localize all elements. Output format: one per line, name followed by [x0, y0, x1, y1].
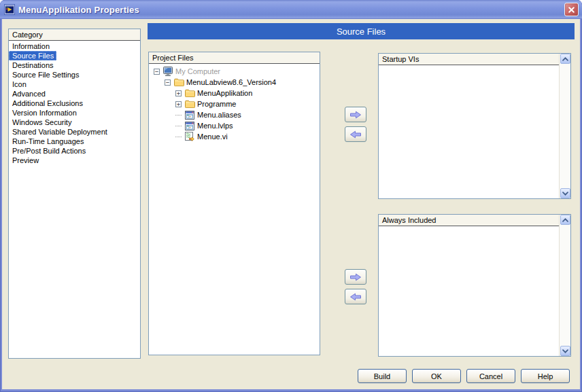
startup-vis-scrollbar[interactable] [559, 54, 570, 198]
startup-vis-list [379, 66, 559, 198]
category-item-pre-post-build-actions[interactable]: Pre/Post Build Actions [9, 146, 140, 156]
scroll-up-button[interactable] [560, 54, 570, 64]
lvfile-icon [184, 122, 195, 130]
chevron-up-icon [562, 57, 568, 61]
project-files-panel: Project Files −My Computer−MenuLabview8.… [148, 52, 320, 355]
tree-item-label: MenuApplikation [197, 88, 252, 99]
page-title: Source Files [337, 26, 386, 37]
add-always-included-button[interactable] [345, 269, 366, 285]
category-panel: Category InformationSource FilesDestinat… [8, 29, 141, 359]
tree-connector [175, 137, 182, 137]
startup-vis-panel: Startup VIs [378, 53, 571, 199]
tree-item-menuapplikation[interactable]: +MenuApplikation [149, 88, 320, 99]
remove-startup-vi-button[interactable] [345, 126, 366, 142]
tree-item-label: My Computer [175, 66, 220, 77]
category-item-advanced[interactable]: Advanced [9, 89, 140, 99]
lvfile-icon [184, 111, 195, 120]
collapse-toggle-icon[interactable]: − [154, 69, 160, 75]
category-item-additional-exclusions[interactable]: Additional Exclusions [9, 99, 140, 108]
tree-item-menulabview8-6-version4[interactable]: −MenuLabview8.6_Version4 [149, 77, 320, 88]
vi-icon [184, 132, 195, 141]
help-button[interactable]: Help [521, 369, 570, 383]
labview-app-icon [4, 4, 15, 15]
scroll-down-button[interactable] [560, 346, 570, 356]
category-item-icon[interactable]: Icon [9, 79, 140, 89]
category-item-shared-variable-deployment[interactable]: Shared Variable Deployment [9, 127, 140, 137]
scroll-up-button[interactable] [560, 215, 570, 225]
tree-item-programme[interactable]: +Programme [149, 99, 320, 109]
folder-icon [173, 78, 184, 86]
always-included-list [379, 227, 559, 356]
category-item-version-information[interactable]: Version Information [9, 108, 140, 118]
ok-button[interactable]: OK [412, 369, 461, 383]
chevron-down-icon [562, 349, 568, 353]
arrow-right-icon [349, 273, 362, 281]
project-files-header: Project Files [149, 52, 320, 64]
tree-item-label: Programme [197, 99, 236, 109]
always-included-header: Always Included [379, 215, 560, 226]
category-item-preview[interactable]: Preview [9, 156, 140, 165]
tree-item-label: Menu.aliases [197, 109, 241, 120]
category-header: Category [9, 29, 140, 41]
tree-connector [175, 126, 182, 126]
tree-connector [175, 115, 182, 115]
tree-item-menu-lvlps[interactable]: Menu.lvlps [149, 120, 320, 131]
close-icon [568, 6, 575, 14]
arrow-right-icon [349, 111, 362, 119]
tree-item-label: Menue.vi [197, 131, 228, 142]
category-item-information[interactable]: Information [9, 41, 140, 51]
remove-always-included-button[interactable] [345, 289, 366, 304]
tree-item-my-computer[interactable]: −My Computer [149, 66, 320, 77]
cancel-button[interactable]: Cancel [466, 369, 515, 383]
project-files-tree: −My Computer−MenuLabview8.6_Version4+Men… [149, 64, 320, 142]
folder-icon [184, 100, 195, 108]
category-item-run-time-languages[interactable]: Run-Time Languages [9, 137, 140, 146]
window-title: MenuApplikation Properties [18, 5, 139, 15]
properties-dialog: MenuApplikation Properties Category Info… [0, 0, 582, 392]
folder-icon [184, 89, 195, 97]
category-item-source-files[interactable]: Source Files [9, 51, 56, 60]
startup-vis-header: Startup VIs [379, 54, 560, 65]
build-button[interactable]: Build [358, 369, 407, 383]
chevron-down-icon [562, 192, 568, 196]
category-item-destinations[interactable]: Destinations [9, 60, 140, 70]
scroll-down-button[interactable] [560, 188, 570, 198]
category-item-windows-security[interactable]: Windows Security [9, 118, 140, 127]
computer-icon [162, 67, 173, 76]
collapse-toggle-icon[interactable]: − [165, 79, 171, 86]
tree-item-label: MenuLabview8.6_Version4 [186, 77, 276, 88]
tree-item-label: Menu.lvlps [197, 120, 233, 131]
tree-item-menue-vi[interactable]: Menue.vi [149, 131, 320, 142]
always-included-panel: Always Included [378, 214, 571, 357]
expand-toggle-icon[interactable]: + [175, 90, 182, 96]
tree-item-menu-aliases[interactable]: Menu.aliases [149, 109, 320, 120]
close-button[interactable] [564, 3, 579, 16]
category-list: InformationSource FilesDestinationsSourc… [9, 41, 140, 165]
add-startup-vi-button[interactable] [345, 107, 366, 122]
arrow-left-icon [349, 130, 362, 139]
dialog-body: Category InformationSource FilesDestinat… [2, 19, 580, 389]
chevron-up-icon [562, 218, 568, 222]
section-header: Source Files [148, 23, 575, 39]
expand-toggle-icon[interactable]: + [175, 101, 182, 107]
title-bar: MenuApplikation Properties [0, 0, 582, 19]
category-item-source-file-settings[interactable]: Source File Settings [9, 70, 140, 79]
arrow-left-icon [349, 293, 362, 301]
always-included-scrollbar[interactable] [559, 215, 570, 356]
